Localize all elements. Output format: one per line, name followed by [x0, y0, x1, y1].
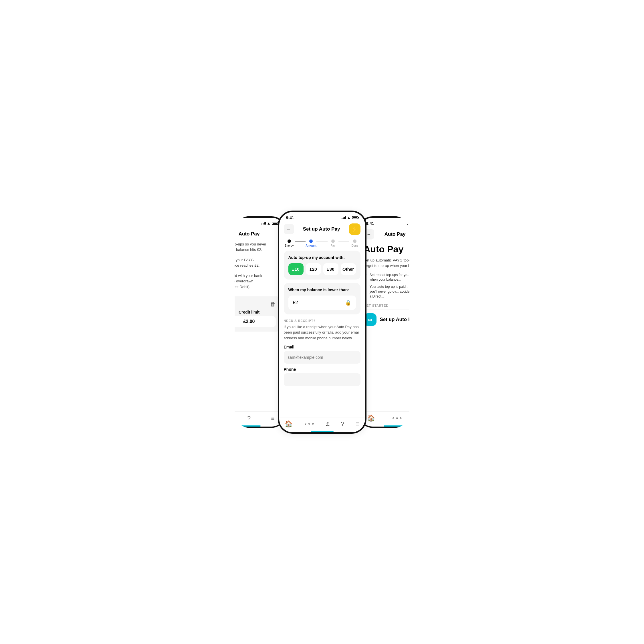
amount-btn-other[interactable]: Other — [341, 263, 356, 275]
wifi-icon-left: ▲ — [267, 221, 271, 225]
bullet-text-1: Set repeat top-ups for yo... meter when … — [370, 273, 426, 282]
nav-icon-help-mid[interactable]: ? — [341, 420, 344, 428]
phone-input[interactable] — [284, 373, 360, 386]
amount-btn-30[interactable]: £30 — [323, 263, 338, 275]
signal-bar-m2 — [343, 217, 344, 219]
email-label: Email — [284, 345, 360, 349]
nav-icon-home-right[interactable]: 🏠 — [367, 415, 375, 422]
phone-left: ▲ ← Auto Pay c PAYG top-ups so you never… — [212, 216, 286, 428]
bullet-item-2: ✓ Your auto top-up is paid... card, so y… — [364, 284, 426, 299]
stepper-item-done: Done — [349, 239, 360, 247]
stepper-dot-energy — [288, 239, 291, 243]
signal-bar-m3 — [344, 217, 345, 219]
phone-mid: 9:41 ▲ ← Set up Auto Pay ⚡ — [278, 211, 366, 434]
nav-icon-menu-left[interactable]: ≡ — [271, 415, 275, 422]
nav-bar-right: ← Auto Pay — [359, 227, 431, 242]
nav-indicator-right — [384, 425, 407, 427]
email-input[interactable] — [284, 351, 360, 364]
scene: ▲ ← Auto Pay c PAYG top-ups so you never… — [193, 193, 451, 451]
status-bar-left: ▲ — [213, 218, 285, 227]
balance-card: When my balance is lower than: £2 🔒 — [284, 283, 360, 314]
topup-card: Auto top-up my account with: £10 £20 £30… — [284, 251, 360, 280]
right-page-content: Auto Pay Set up automatic PAYG top-u...f… — [359, 242, 431, 411]
battery-fill-mid — [353, 217, 357, 218]
nav-icon-journey-right[interactable]: ⚬⚬⚬ — [391, 415, 403, 421]
auto-pay-desc: Set up automatic PAYG top-u...forget to … — [364, 257, 426, 269]
stepper-item-energy: Energy — [284, 239, 295, 247]
bottom-nav-mid: 🏠 ⚬⚬⚬ £ ? ≡ — [279, 417, 365, 432]
signal-bar-1 — [261, 223, 262, 225]
phone-label: Phone — [284, 367, 360, 372]
stepper-line-3 — [338, 241, 349, 241]
nav-icon-home-mid[interactable]: 🏠 — [285, 420, 292, 428]
signal-bar-r1 — [407, 224, 408, 225]
auto-pay-title: Auto Pay — [364, 244, 426, 255]
signal-bar-r3 — [410, 223, 411, 225]
get-started-label: GET STARTED — [364, 304, 426, 307]
back-button-left[interactable]: ← — [218, 229, 228, 239]
balance-input-row: £2 🔒 — [288, 296, 356, 310]
nav-icon-help-left[interactable]: ? — [247, 415, 251, 422]
setup-auto-pay-button[interactable]: ∞ Set up Auto Pay — [364, 313, 426, 326]
signal-bars-right — [407, 222, 412, 225]
stepper-dot-pay — [331, 239, 335, 243]
balance-value: £2 — [293, 300, 298, 305]
left-desc-2: op-ups for your PAYG your balance reache… — [218, 257, 280, 268]
signal-bar-r4 — [411, 222, 412, 225]
nav-icon-journey-mid[interactable]: ⚬⚬⚬ — [304, 421, 315, 427]
bullet-item-1: ✓ Set repeat top-ups for yo... meter whe… — [364, 273, 426, 282]
receipt-section: NEED A RECEIPT? If you'd like a receipt … — [284, 318, 360, 391]
status-bar-mid: 9:41 ▲ — [279, 212, 365, 221]
signal-bar-r2 — [409, 223, 409, 225]
nav-icon-pound-right[interactable]: £ — [419, 415, 423, 422]
back-button-mid[interactable]: ← — [284, 224, 294, 234]
nav-icon-pound-mid[interactable]: £ — [326, 420, 330, 428]
left-desc-1: c PAYG top-ups so you never when your ba… — [218, 241, 280, 253]
left-page-content: c PAYG top-ups so you never when your ba… — [213, 241, 285, 411]
amount-btn-20[interactable]: £20 — [306, 263, 321, 275]
nav-indicator-mid — [311, 431, 334, 432]
battery-icon-left — [272, 222, 278, 225]
nav-bar-left: ← Auto Pay — [213, 227, 285, 241]
battery-icon-mid — [352, 216, 358, 219]
signal-bars-mid — [342, 216, 346, 219]
stepper-item-pay: Pay — [328, 239, 338, 247]
nav-icon-pound-left[interactable]: £ — [223, 415, 227, 422]
lock-icon: 🔒 — [345, 300, 351, 306]
status-icons-mid: ▲ — [342, 215, 358, 220]
left-desc-3: o-up is paid with your bank ll never go … — [218, 273, 280, 290]
signal-bar-m1 — [342, 218, 342, 219]
signal-bar-2 — [263, 223, 263, 225]
stepper-line-2 — [316, 241, 327, 241]
battery-fill-left — [273, 223, 277, 224]
nav-icon-menu-mid[interactable]: ≡ — [356, 420, 359, 428]
bullet-text-2: Your auto top-up is paid... card, so you… — [370, 284, 426, 299]
nav-title-mid: Set up Auto Pay — [294, 226, 349, 232]
battery-icon-right — [418, 222, 424, 225]
credit-card: 🗑 Credit limit £2.00 — [218, 296, 280, 332]
nav-title-left: Auto Pay — [228, 231, 270, 237]
amount-btn-10[interactable]: £10 — [288, 263, 304, 275]
trash-icon[interactable]: 🗑 — [270, 301, 276, 308]
status-bar-right: 9:41 ▲ — [359, 218, 431, 227]
phone-right: 9:41 ▲ ← Auto Pay Auto Pay — [358, 216, 432, 428]
signal-bar-3 — [264, 222, 265, 225]
bottom-nav-right: 🏠 ⚬⚬⚬ £ — [359, 411, 431, 427]
stepper-label-pay: Pay — [330, 244, 335, 247]
stepper-line-1 — [295, 241, 306, 241]
scroll-content-mid: Auto top-up my account with: £10 £20 £30… — [279, 248, 365, 417]
divider — [364, 310, 426, 310]
time-right: 9:41 — [366, 221, 374, 226]
amount-buttons: £10 £20 £30 Other — [288, 263, 356, 275]
signal-bars-left — [261, 222, 266, 225]
wifi-icon-right: ▲ — [413, 221, 417, 225]
bottom-nav-left: £ ? ≡ — [213, 411, 285, 427]
stepper-label-energy: Energy — [285, 244, 294, 247]
signal-bar-4 — [265, 222, 266, 225]
nav-bar-mid: ← Set up Auto Pay ⚡ — [279, 221, 365, 237]
bullet-list: ✓ Set repeat top-ups for yo... meter whe… — [364, 273, 426, 299]
stepper-item-amount: Amount — [306, 239, 316, 247]
stepper-dot-done — [353, 239, 356, 243]
signal-bar-m4 — [345, 216, 346, 219]
lightning-button[interactable]: ⚡ — [349, 223, 360, 235]
